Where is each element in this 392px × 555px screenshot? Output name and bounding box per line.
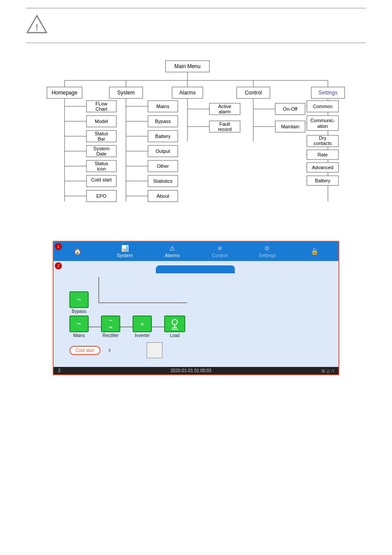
mains-label: Mains [73, 333, 85, 338]
svg-text:Battery: Battery [315, 178, 330, 183]
badge-1: 1 [55, 243, 62, 250]
svg-text:Battery: Battery [155, 134, 170, 139]
nav-system-label: System [117, 253, 133, 258]
alarms-icon: ⚠ [169, 245, 175, 252]
mains-item: ~ Mains [69, 316, 89, 338]
svg-point-111 [172, 319, 177, 325]
svg-text:Status: Status [94, 161, 108, 166]
conn1 [89, 326, 101, 327]
screen-navbar: 1 🏠 📊 System ⚠ Alarms ❄ Control ⚙ [54, 242, 338, 261]
inverter-item: ≈ Inverter [133, 316, 152, 338]
load-box [164, 316, 185, 332]
screen-header-tab [156, 265, 235, 273]
svg-text:ation: ation [317, 123, 328, 129]
svg-text:Status: Status [94, 131, 108, 136]
svg-text:!: ! [35, 22, 38, 32]
nav-control-label: Control [212, 253, 227, 258]
status-badge-3: 3 [58, 368, 61, 373]
nav-system[interactable]: 📊 System [101, 242, 148, 261]
svg-text:Bar: Bar [97, 136, 105, 141]
conn3 [152, 326, 164, 327]
svg-text:EPO: EPO [96, 193, 107, 199]
conn2 [120, 326, 133, 327]
svg-text:Model: Model [95, 119, 108, 124]
screen-diagram-section: 1 🏠 📊 System ⚠ Alarms ❄ Control ⚙ [0, 232, 392, 384]
svg-text:icon: icon [97, 166, 105, 171]
screen-outer-frame: 1 🏠 📊 System ⚠ Alarms ❄ Control ⚙ [53, 241, 339, 375]
svg-text:record: record [218, 127, 231, 132]
control-icon: ❄ [217, 245, 223, 252]
menu-tree-svg: Main Menu Homepage System Alarms Control [38, 56, 354, 223]
rectifier-box: ~⎓ [101, 316, 120, 332]
status-datetime: 2020-01-01 01:00:03 [171, 368, 212, 373]
nav-control[interactable]: ❄ Control [196, 242, 244, 261]
lock-icon: 🔒 [311, 248, 318, 255]
bypass-label: Bypass [72, 309, 86, 314]
svg-text:Settings: Settings [318, 90, 337, 96]
svg-text:Control: Control [245, 90, 262, 96]
home-icon: 🏠 [74, 248, 81, 255]
screen-statusbar: 3 2020-01-01 01:00:03 ◎ △ □ [54, 367, 338, 374]
menu-tree-section: Main Menu Homepage System Alarms Control [0, 43, 392, 232]
nav-settings[interactable]: ⚙ Settings [244, 242, 291, 261]
warning-section: ! [0, 8, 392, 35]
svg-text:Homepage: Homepage [51, 90, 77, 96]
nav-lock[interactable]: 🔒 [291, 242, 338, 261]
svg-text:Common: Common [313, 104, 332, 109]
svg-text:Mains: Mains [156, 104, 169, 109]
bypass-row: ~ Bypass [69, 277, 330, 314]
rectifier-label: Rectifier [103, 333, 119, 338]
svg-text:Statistics: Statistics [153, 178, 173, 184]
system-icon: 📊 [121, 245, 129, 252]
main-flow-row: ~ Mains ~⎓ Rectifier [69, 316, 330, 338]
cold-start-button[interactable]: Cold start [69, 346, 101, 355]
svg-text:System: System [93, 146, 109, 151]
screen-body: 2 ~ Bypass ~ [54, 261, 338, 367]
svg-text:Fault: Fault [219, 121, 230, 127]
bypass-box: ~ [69, 291, 89, 308]
inverter-label: Inverter [135, 333, 150, 338]
svg-text:FLow: FLow [95, 101, 107, 106]
svg-text:contacts: contacts [313, 141, 331, 146]
svg-text:Maintain: Maintain [281, 124, 299, 129]
nav-settings-label: Settings [259, 253, 276, 258]
svg-text:About: About [156, 193, 169, 199]
svg-text:Dry: Dry [319, 135, 327, 141]
bypass-vertical-connector [98, 277, 99, 303]
battery-box [147, 342, 162, 358]
svg-text:Chart: Chart [95, 106, 107, 112]
svg-text:Other: Other [157, 163, 169, 169]
svg-text:Communic-: Communic- [310, 118, 335, 123]
settings-icon: ⚙ [264, 245, 270, 252]
badge-4: 4 [108, 348, 111, 353]
load-icon [169, 318, 181, 330]
svg-text:Rate: Rate [317, 152, 327, 157]
inverter-box: ≈ [133, 316, 152, 332]
mains-box: ~ [69, 316, 89, 332]
svg-text:Main Menu: Main Menu [174, 63, 200, 69]
nav-alarms[interactable]: ⚠ Alarms [148, 242, 196, 261]
svg-text:Bypass: Bypass [155, 119, 171, 124]
svg-text:Date: Date [96, 151, 106, 156]
bypass-item: ~ Bypass [69, 291, 89, 314]
svg-text:Output: Output [155, 149, 170, 154]
load-label: Load [170, 333, 180, 338]
svg-text:alarm: alarm [219, 109, 231, 114]
svg-text:System: System [117, 90, 134, 96]
rectifier-item: ~⎓ Rectifier [101, 316, 120, 338]
warning-triangle-icon: ! [26, 14, 47, 35]
nav-alarms-label: Alarms [165, 253, 180, 258]
cold-start-row: Cold start 4 [69, 342, 330, 358]
bypass-h-connector [99, 302, 187, 303]
svg-text:Active: Active [218, 104, 231, 109]
svg-text:On-Off: On-Off [283, 106, 298, 112]
load-item: Load [164, 316, 185, 338]
svg-text:Advanced: Advanced [312, 165, 333, 170]
svg-text:Alarms: Alarms [179, 90, 195, 96]
badge-2: 2 [55, 262, 62, 269]
status-icons: ◎ △ □ [321, 368, 334, 373]
svg-text:Cold start: Cold start [91, 177, 111, 182]
